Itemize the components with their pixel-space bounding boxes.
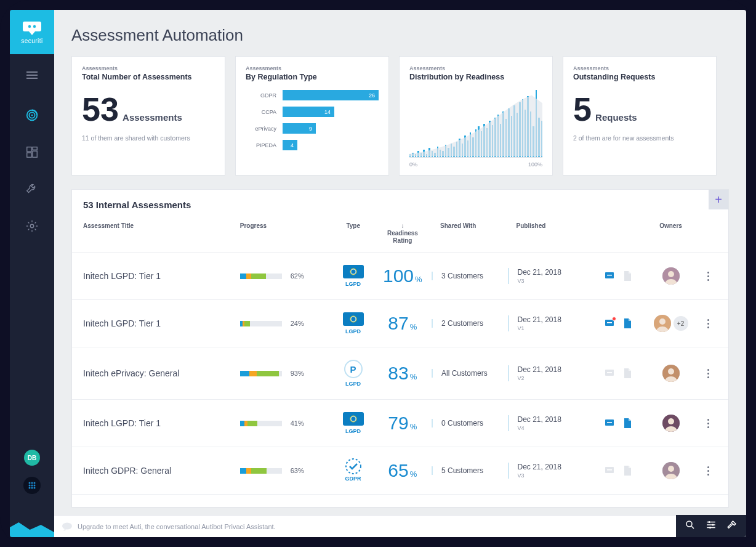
cell-published: Dec 21, 2018V3 (508, 268, 595, 284)
dist-bar (494, 118, 496, 157)
svg-rect-43 (607, 469, 612, 471)
th-progress[interactable]: Progress (240, 222, 333, 245)
nav-tools[interactable] (23, 180, 41, 198)
table-row[interactable]: Initech LGPD: Tier 1 62% LGPD 100% 3 Cus… (72, 253, 728, 300)
svg-rect-28 (607, 322, 612, 323)
card-eyebrow: Assessments (409, 65, 542, 71)
dist-bar (481, 131, 482, 157)
document-icon[interactable] (622, 318, 633, 329)
th-type[interactable]: Type (333, 222, 374, 245)
apps-launcher[interactable] (23, 477, 41, 494)
owner-avatar[interactable] (654, 315, 671, 332)
comment-icon[interactable] (604, 270, 615, 282)
table-row[interactable]: Initech ePrivacy: General 93% PLGPD 83% … (72, 347, 728, 400)
search-button[interactable] (685, 519, 696, 533)
dist-bar (462, 144, 463, 157)
type-label: LGPD (345, 281, 361, 287)
distribution-chart (409, 90, 542, 158)
cell-shared: 3 Customers (432, 272, 508, 280)
document-icon[interactable] (622, 368, 633, 379)
row-menu[interactable] (700, 369, 717, 378)
add-assessment-button[interactable]: + (709, 190, 728, 209)
comment-icon[interactable] (604, 418, 615, 429)
owners-more[interactable]: +2 (674, 316, 688, 331)
table-header: Assessment Title Progress Type ↓ Readine… (72, 216, 728, 253)
card-distribution: Assessments Distribution by Readiness 0%… (399, 56, 553, 176)
dist-bar (437, 147, 438, 157)
cell-owners: +2 (641, 315, 699, 332)
footer-tools (676, 515, 746, 537)
owner-avatar[interactable] (662, 365, 680, 382)
dist-bar (530, 111, 531, 157)
dist-bar (500, 124, 501, 158)
nav-radar[interactable] (23, 106, 41, 124)
dist-bar (415, 154, 416, 157)
table-row[interactable]: Initech LGPD: Tier 1 41% LGPD 79% 0 Cust… (72, 400, 728, 447)
dist-bar (538, 118, 539, 157)
axis-max: 100% (528, 161, 542, 168)
dist-bar (453, 147, 454, 157)
card-eyebrow: Assessments (246, 65, 379, 71)
cell-readiness: 100% (374, 265, 432, 286)
assessments-table: + 53 Internal Assessments Assessment Tit… (71, 189, 729, 508)
document-icon[interactable] (622, 465, 633, 476)
card-total-assessments: Assessments Total Number of Assessments … (71, 56, 225, 176)
sliders-icon (706, 519, 717, 530)
svg-point-10 (29, 482, 31, 484)
row-menu[interactable] (700, 466, 717, 476)
dist-bar (502, 111, 504, 157)
dist-bar (434, 153, 435, 157)
progress-percent: 93% (291, 370, 304, 377)
build-button[interactable] (726, 519, 738, 533)
cell-shared: All Customers (432, 369, 508, 378)
th-title[interactable]: Assessment Title (83, 222, 240, 245)
footer-message: Upgrade to meet Auti, the conversational… (78, 523, 276, 530)
nav-settings[interactable] (23, 217, 41, 235)
document-icon[interactable] (622, 418, 633, 429)
svg-point-40 (668, 418, 674, 424)
th-published[interactable]: Published (508, 222, 595, 245)
comment-icon[interactable] (604, 318, 615, 329)
th-owners[interactable]: Owners (641, 222, 699, 245)
dist-bar (472, 137, 473, 157)
card-eyebrow: Assessments (82, 65, 215, 71)
comment-icon[interactable] (604, 368, 615, 379)
row-menu[interactable] (700, 419, 717, 428)
table-row[interactable]: Initech LGPD: Tier 1 24% LGPD 87% 2 Cust… (72, 300, 728, 347)
table-row[interactable]: Initech GDPR: General 63% GDPR 65% 5 Cus… (72, 447, 728, 495)
svg-rect-8 (27, 153, 31, 157)
user-avatar[interactable]: DB (24, 450, 40, 466)
card-subtitle: Total Number of Assessments (82, 73, 215, 81)
cell-actions (595, 318, 641, 329)
type-label: LGPD (345, 381, 361, 387)
brand-logo[interactable]: securiti (10, 10, 54, 54)
owner-avatar[interactable] (662, 415, 680, 432)
cell-owners (641, 415, 699, 432)
row-menu[interactable] (700, 272, 717, 281)
svg-rect-22 (607, 275, 612, 276)
dist-bar (442, 151, 443, 157)
th-shared[interactable]: Shared With (432, 222, 507, 245)
cell-type: LGPD (333, 312, 374, 334)
menu-toggle[interactable] (23, 67, 41, 84)
comment-icon[interactable] (604, 465, 615, 476)
cell-title: Initech ePrivacy: General (83, 368, 240, 378)
filter-button[interactable] (706, 519, 717, 533)
footer-bar: Upgrade to meet Auti, the conversational… (54, 515, 746, 537)
owner-avatar[interactable] (662, 267, 680, 285)
document-icon[interactable] (622, 270, 633, 282)
svg-rect-38 (607, 422, 612, 423)
svg-point-15 (34, 485, 36, 487)
cell-progress: 24% (240, 320, 333, 327)
card-subtitle: Distribution by Readiness (409, 73, 542, 81)
th-readiness[interactable]: ↓ Readiness Rating (374, 222, 432, 245)
cell-owners (641, 462, 699, 479)
row-menu[interactable] (700, 319, 717, 328)
card-subtitle: By Regulation Type (246, 73, 379, 81)
nav-dashboard[interactable] (23, 143, 41, 161)
cell-progress: 63% (240, 467, 333, 474)
svg-point-49 (712, 524, 714, 526)
total-value: 53 (82, 92, 119, 126)
owner-avatar[interactable] (662, 462, 680, 479)
progress-track (240, 371, 282, 376)
